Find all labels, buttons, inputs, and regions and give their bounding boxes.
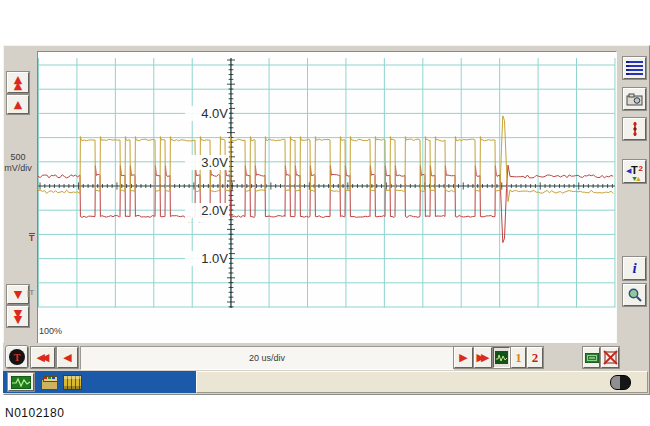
info-icon: i — [632, 260, 636, 277]
toolbox-icon — [40, 375, 58, 389]
channel-2-button[interactable]: 2 — [527, 347, 543, 368]
trigger-t-icon: T — [9, 349, 25, 365]
trigger-setup-button[interactable]: ◀ T 2 ▼ ▲ — [623, 160, 646, 183]
vertical-scale-label: 500 mV/div — [2, 152, 34, 174]
camera-icon — [626, 93, 643, 106]
scope-screen-icon — [11, 376, 31, 389]
down-arrow-icon: ▼ — [14, 289, 22, 300]
voltage-label-3v: 3.0V — [185, 155, 229, 170]
minor-cursor-marks: -·· -· — [188, 219, 204, 225]
left-arrow-icon: ◀ — [63, 352, 71, 363]
scope-trace-icon — [495, 351, 508, 364]
magnifier-icon — [627, 287, 643, 303]
pan-left-fast-button[interactable]: ◀◀ — [31, 347, 55, 368]
channel-1-button[interactable]: 1 — [511, 347, 526, 368]
scroll-up-fast-button[interactable]: ▲▲ — [7, 72, 29, 93]
scope-display: 4.0V 3.0V 2.0V 1.0V -·· -· — [37, 51, 617, 344]
trigger-time-marker: |T — [27, 288, 34, 297]
trigger-level-marker[interactable]: T — [29, 233, 35, 243]
figure-code: N0102180 — [5, 406, 64, 420]
zoom-button[interactable] — [623, 284, 646, 306]
pan-right-fast-button[interactable]: ▶▶ — [474, 347, 492, 368]
double-right-arrow-icon: ▶▶ — [477, 351, 490, 364]
measurement-list-button[interactable] — [623, 57, 646, 79]
screenshot-root: ▲▲ ▲ 500 mV/div ▼ ▼▼ 4.0V 3.0V 2.0V 1.0V… — [0, 0, 650, 426]
trigger-mode-button[interactable]: T — [6, 346, 28, 368]
voltage-label-2v: 2.0V — [185, 203, 229, 218]
trigger-setup-icon: ◀ T 2 ▼ ▲ — [626, 164, 643, 179]
zoom-percentage: 100% — [39, 326, 62, 336]
up-arrow-icon: ▲ — [14, 99, 22, 110]
close-trace-button[interactable] — [601, 347, 619, 368]
data-cartridge-icon — [63, 375, 82, 390]
waveform-canvas — [38, 52, 616, 343]
status-strip — [196, 371, 648, 393]
scroll-down-button[interactable]: ▼ — [7, 285, 29, 304]
snapshot-button[interactable] — [623, 88, 646, 110]
scope-app-button[interactable] — [8, 373, 34, 391]
timebase-track[interactable]: 20 us/div — [80, 346, 454, 370]
voltage-label-4v: 4.0V — [185, 106, 229, 121]
timebase-label: 20 us/div — [249, 353, 285, 363]
voltage-label-1v: 1.0V — [185, 251, 229, 266]
connection-toggle[interactable] — [610, 375, 631, 390]
vertical-marker-icon — [630, 121, 640, 137]
list-icon — [626, 61, 643, 75]
channel-1-label: 1 — [515, 350, 522, 366]
pan-left-button[interactable]: ◀ — [57, 347, 78, 368]
right-arrow-icon: ▶ — [459, 352, 467, 363]
live-display-toggle[interactable] — [493, 347, 510, 368]
data-app-button[interactable] — [61, 373, 83, 391]
vehicle-app-button[interactable] — [38, 373, 60, 391]
crossed-box-icon — [603, 350, 618, 365]
green-module-icon — [585, 353, 599, 363]
capture-device-button[interactable] — [583, 347, 600, 368]
double-left-arrow-icon: ◀◀ — [37, 351, 50, 364]
info-button[interactable]: i — [623, 257, 646, 280]
double-up-arrow-icon: ▲▲ — [14, 77, 22, 89]
cursor-marker-button[interactable] — [623, 118, 646, 140]
scroll-down-fast-button[interactable]: ▼▼ — [7, 306, 29, 327]
scroll-up-button[interactable]: ▲ — [7, 95, 29, 114]
pan-right-button[interactable]: ▶ — [454, 347, 473, 368]
double-down-arrow-icon: ▼▼ — [14, 311, 22, 323]
channel-2-label: 2 — [532, 350, 539, 366]
